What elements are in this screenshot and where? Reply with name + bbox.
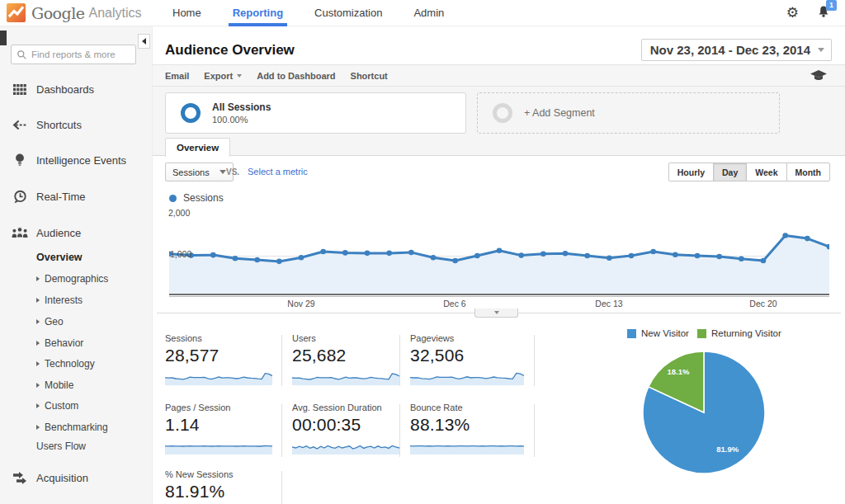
metric-sparkline [165,436,272,455]
metric-sparkline [292,367,399,385]
tutorial-cap-icon[interactable] [810,70,827,82]
sidebar-subitem-mobile[interactable]: Mobile [36,379,73,391]
chart-series-legend: Sessions [169,192,224,204]
search-input[interactable] [31,49,130,59]
expand-triangle-icon [36,319,40,324]
visitor-type-pie-chart: 81.9%18.1% [638,346,770,478]
metric-value: 00:00:35 [292,415,408,435]
nav-tab-admin[interactable]: Admin [398,0,460,26]
granularity-day-button[interactable]: Day [713,163,747,181]
sidebar-subitem-demographics[interactable]: Demographics [36,273,108,285]
subitem-label: Interests [45,294,83,306]
export-button[interactable]: Export [204,71,242,81]
sidebar-item-real-time[interactable]: Real-Time [0,186,153,206]
sidebar-subitem-technology[interactable]: Technology [36,358,95,370]
chevron-down-icon [818,48,824,52]
real-time-clock-icon [11,190,29,204]
sidebar-subitem-users-flow[interactable]: Users Flow [36,440,86,452]
nav-tab-reporting-label: Reporting [233,7,283,19]
expand-triangle-icon [36,298,40,303]
metric-label: Avg. Session Duration [292,403,408,412]
pie-legend-new-visitor[interactable]: New Visitor [627,328,689,338]
email-button[interactable]: Email [165,71,189,81]
sidebar-item-label: Real-Time [36,191,85,203]
annotations-collapse-tab[interactable] [474,309,518,318]
nav-tab-customization-label: Customization [314,7,382,19]
metric-avg-session-duration[interactable]: Avg. Session Duration 00:00:35 [292,403,408,455]
sidebar-item-intelligence-events[interactable]: Intelligence Events [0,150,153,170]
sidebar-subitem-behavior[interactable]: Behavior [36,337,83,349]
x-axis-tick: Nov 29 [287,299,314,309]
lightbulb-icon [11,153,29,167]
metric-selector-dropdown[interactable]: Sessions [165,163,234,181]
metric-bounce-rate[interactable]: Bounce Rate 88.13% [410,403,530,455]
granularity-month-button[interactable]: Month [786,163,831,181]
metric-sparkline [292,436,399,455]
metric-sparkline [410,436,524,455]
metric-value: 28,577 [165,346,274,365]
sidebar-subitem-custom[interactable]: Custom [36,400,78,412]
sidebar-collapse-button[interactable] [138,34,150,49]
expand-triangle-icon [36,361,40,366]
subitem-label: Geo [45,316,64,327]
add-segment-card[interactable]: + Add Segment [477,92,780,134]
sidebar-item-shortcuts[interactable]: Shortcuts [0,115,153,134]
legend-swatch-icon [697,329,706,338]
dashboards-grid-icon [11,83,29,96]
metric-percent-new-sessions[interactable]: % New Sessions 81.91% [165,469,274,504]
primary-nav: Home Reporting Customization Admin [157,0,460,26]
granularity-button-group: Hourly Day Week Month [668,163,830,181]
google-analytics-logo-icon [7,3,26,22]
pie-legend-returning-visitor[interactable]: Returning Visitor [697,328,781,338]
notifications-bell-icon[interactable]: 1 [817,5,830,21]
date-range-selector[interactable]: Nov 23, 2014 - Dec 23, 2014 [641,39,832,61]
segment-donut-icon [181,103,201,123]
notification-count-badge: 1 [826,0,837,11]
sidebar-subitem-overview[interactable]: Overview [36,252,83,263]
add-to-dashboard-button[interactable]: Add to Dashboard [257,71,335,81]
granularity-label: Hourly [677,167,705,177]
expand-triangle-icon [36,341,40,346]
nav-tab-reporting[interactable]: Reporting [217,0,299,26]
granularity-hourly-button[interactable]: Hourly [668,163,714,181]
add-segment-donut-icon [493,103,512,123]
metric-pages-per-session[interactable]: Pages / Session 1.14 [165,403,274,455]
select-a-metric-link[interactable]: Select a metric [248,167,308,177]
metric-value: 1.14 [165,415,274,435]
metric-sessions[interactable]: Sessions 28,577 [165,333,274,385]
brand[interactable]: Google Analytics [0,3,153,22]
metric-users[interactable]: Users 25,682 [292,333,401,385]
expand-triangle-icon [36,276,40,281]
x-axis-tick: Dec 13 [595,299,622,309]
svg-text:81.9%: 81.9% [716,445,739,454]
sidebar-item-audience[interactable]: Audience [0,223,153,243]
metric-value: 81.91% [165,482,274,502]
metric-label: Users [292,333,401,343]
shortcut-button[interactable]: Shortcut [351,71,388,81]
subitem-label: Demographics [45,273,108,285]
segment-all-sessions[interactable]: All Sessions 100.00% [165,92,466,134]
sidebar-item-dashboards[interactable]: Dashboards [0,79,153,99]
nav-tab-home[interactable]: Home [157,0,217,26]
y-axis-tick: 2,000 [168,208,190,218]
legend-label: Returning Visitor [711,328,781,338]
metric-value: 25,682 [292,346,401,365]
nav-tab-customization[interactable]: Customization [299,0,398,26]
sidebar-subitem-benchmarking[interactable]: Benchmarking [36,422,108,433]
email-button-label: Email [165,71,189,81]
page-title: Audience Overview [165,42,295,59]
sidebar-subitem-geo[interactable]: Geo [36,316,64,327]
granularity-week-button[interactable]: Week [746,163,786,181]
column-divider [534,335,535,386]
active-tab-underline [229,23,287,26]
metric-pageviews[interactable]: Pageviews 32,506 [410,333,530,385]
export-button-label: Export [204,71,233,81]
sidebar-subitem-interests[interactable]: Interests [36,294,83,306]
granularity-label: Day [722,167,738,177]
chevron-left-icon [142,38,146,45]
settings-gear-icon[interactable]: ⚙ [786,6,799,20]
column-divider [281,335,282,386]
sidebar-item-acquisition[interactable]: Acquisition [0,468,153,488]
subitem-label: Mobile [45,379,73,391]
tab-overview[interactable]: Overview [165,138,230,157]
